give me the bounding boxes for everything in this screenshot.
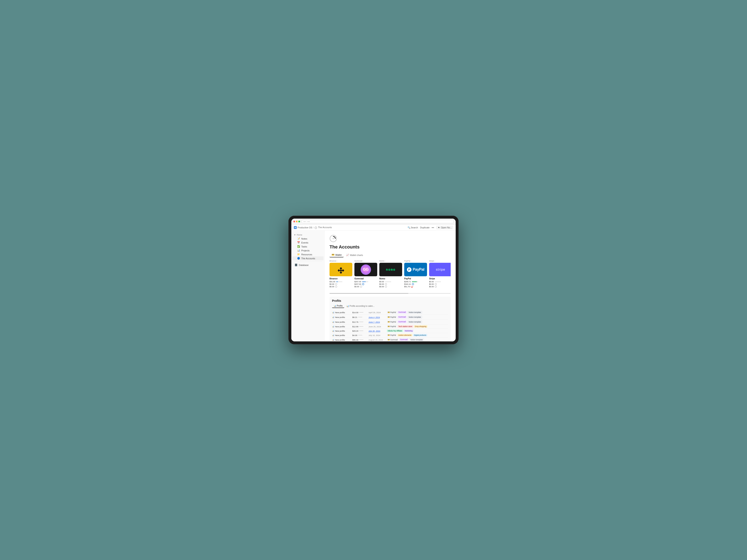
maximize-dot[interactable] <box>299 221 300 222</box>
profit-mini-bar-4 <box>359 326 363 327</box>
paypal-logo-container: P PayPal <box>407 267 424 272</box>
sidebar-item-notes[interactable]: 📝 Notes <box>292 237 324 241</box>
wallet-tab-icon: 💳 <box>332 254 334 256</box>
wallet-card-nomo: Nomo ↕ nomo Nomo $0.00 <box>379 260 402 288</box>
tag-digital-6[interactable]: Digital products <box>413 334 427 337</box>
main-content: ▼ Home 📝 Notes 📅 Events ✅ Tasks <box>291 231 456 341</box>
tag-gumroad-2[interactable]: Gumroad <box>397 316 407 319</box>
sort-icon-4: ↕ <box>411 260 412 262</box>
more-button[interactable]: ••• <box>432 226 434 229</box>
stat-circle-2 <box>335 286 337 288</box>
binance-stat-3: $0.00 <box>330 286 352 288</box>
stripe-image[interactable]: stripe <box>429 263 451 276</box>
stat-bar-1 <box>336 282 342 282</box>
nomo-image[interactable]: nomo <box>379 263 402 276</box>
profits-tab-icon: 📊 <box>334 305 336 307</box>
sort-icon: ↕ <box>337 260 338 262</box>
tag-gumroad-7[interactable]: Gumroad <box>399 338 408 341</box>
profit-name-4[interactable]: 📊 New profits <box>332 325 351 328</box>
tab-profits[interactable]: 📊 Profits <box>332 304 344 308</box>
tab-wallet-charts[interactable]: 📈 Wallet charts <box>344 252 365 258</box>
tag-notion-3[interactable]: Notion template <box>407 320 422 323</box>
tag-notion-1[interactable]: Notion template <box>407 311 422 314</box>
tab-profits-calendar[interactable]: 📊 Profits according to calen... <box>345 304 376 308</box>
profits-cal-icon: 📊 <box>346 305 349 307</box>
wallet-badge-6: 💳 PayPal <box>387 334 397 337</box>
stat-circle-5 <box>385 283 387 285</box>
sidebar-item-resources[interactable]: 📁 Resources <box>292 252 324 256</box>
gumroad-image[interactable]: GG <box>354 263 377 276</box>
profit-name-6[interactable]: 📊 New profits <box>332 334 351 337</box>
profit-date-5: July 30, 2024 <box>368 330 385 332</box>
stat-bar-2 <box>362 282 368 282</box>
tab-wallet[interactable]: 💳 Wallet <box>330 252 344 258</box>
profit-row-3: 📊 New profits $12.76 June 7, 2024 💳 PayP… <box>332 320 448 324</box>
paypal-p-icon: P <box>407 267 411 272</box>
accounts-icon <box>314 226 317 229</box>
sidebar-item-events[interactable]: 📅 Events <box>292 241 324 244</box>
close-dot[interactable] <box>293 221 295 222</box>
sidebar-item-accounts[interactable]: 🔵 The Accounts <box>292 256 324 260</box>
sidebar-item-tasks[interactable]: ✅ Tasks <box>292 244 324 248</box>
profits-section: Profits 📊 Profits 📊 Profits according to… <box>330 297 451 341</box>
profit-row-4: 📊 New profits $12.99 June 25, 2024 💳 Pay… <box>332 324 448 329</box>
tag-nikola-5[interactable]: Nikola Toy Affiliate <box>387 329 403 332</box>
wallet-badge-3: 💳 PayPal <box>387 320 397 323</box>
chart-icon: 📈 <box>346 254 349 256</box>
profit-amount-5: $29.20 <box>352 330 367 332</box>
sidebar-home-title[interactable]: ▼ Home <box>291 233 324 237</box>
tag-drop-4[interactable]: Drop shopping <box>414 325 428 328</box>
page-logo-container <box>330 235 451 243</box>
stat-circle-9 <box>435 283 437 285</box>
scroll-thumb[interactable] <box>330 293 408 294</box>
profit-name-1[interactable]: 📊 New profits <box>332 311 351 314</box>
binance-stat-1: $31.00 <box>330 281 352 283</box>
profit-name-5[interactable]: 📊 New profits <box>332 330 351 332</box>
profit-tags-5: Nikola Toy Affiliate Marketing <box>387 329 448 332</box>
profit-tags-3: 💳 PayPal Gumroad Notion template <box>387 320 448 323</box>
breadcrumb-separator: / <box>313 226 314 229</box>
profit-date-3: June 7, 2024 <box>368 321 385 323</box>
profit-amount-4: $12.99 <box>352 325 367 328</box>
stripe-stat-2: $0.00 <box>429 283 451 285</box>
notes-icon: 📝 <box>297 237 300 240</box>
profit-name-7[interactable]: 📊 New profits <box>332 339 351 341</box>
tag-gumroad-1[interactable]: Gumroad <box>397 311 407 314</box>
tag-motion-6[interactable]: motion elements <box>397 334 412 337</box>
wallet-badge-1: 💳 PayPal <box>387 311 397 314</box>
wallet-badge-4: 💳 PayPal <box>387 325 397 328</box>
open-notion-button[interactable]: N Open No... <box>436 226 453 230</box>
profit-date-2: June 4, 2024 <box>368 316 385 318</box>
tag-notion-2[interactable]: Notion template <box>407 316 422 319</box>
tag-gumroad-3[interactable]: Gumroad <box>397 320 407 323</box>
gumroad-stat-3: $0.00 <box>354 286 377 288</box>
stripe-stat-1: $0.00 <box>429 281 451 283</box>
binance-image[interactable] <box>330 263 352 276</box>
profit-mini-bar-3 <box>359 322 363 322</box>
stat-circle-6 <box>385 286 387 288</box>
profit-row-5: 📊 New profits $29.20 July 30, 2024 Nikol… <box>332 329 448 333</box>
duplicate-button[interactable]: Duplicate <box>420 226 430 229</box>
stripe-stat-3: $0.00 <box>429 286 451 288</box>
resources-icon: 📁 <box>297 253 300 256</box>
svg-point-3 <box>333 238 334 239</box>
tag-notion-7[interactable]: Notion template <box>409 338 424 341</box>
sidebar-item-database[interactable]: 🗄️ Database <box>292 263 324 267</box>
paypal-image[interactable]: P PayPal <box>404 263 427 276</box>
minimize-dot[interactable] <box>296 221 298 222</box>
stripe-logo: stripe <box>436 268 445 271</box>
tag-tech-4[interactable]: Tech station store <box>397 325 413 328</box>
wallet-cards: Binance ↕ <box>330 260 451 290</box>
sort-icon-2: ↕ <box>363 260 364 262</box>
top-nav: Productive OS / The Accounts 🔍 Search Du… <box>291 224 456 231</box>
wallet-cards-container: Binance ↕ <box>330 260 451 290</box>
search-button[interactable]: 🔍 Search <box>408 226 418 229</box>
profit-name-3[interactable]: 📊 New profits <box>332 321 351 323</box>
profit-name-2[interactable]: 📊 New profits <box>332 316 351 318</box>
sidebar-item-projects[interactable]: 📊 Projects <box>292 248 324 252</box>
tag-marketing-5[interactable]: Marketing <box>404 329 414 332</box>
breadcrumb-home[interactable]: Productive OS <box>298 226 312 229</box>
nomo-stat-1: $0.00 <box>379 281 402 283</box>
wallet-badge-2: 💳 PayPal <box>387 316 397 319</box>
chart-row-icon-5: 📊 <box>332 330 334 332</box>
